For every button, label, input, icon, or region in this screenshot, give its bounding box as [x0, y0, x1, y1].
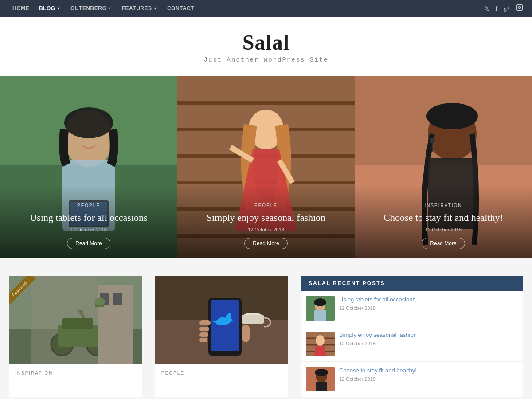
hero-category-2: PEOPLE	[186, 203, 346, 208]
svg-rect-65	[316, 382, 327, 391]
svg-rect-45	[242, 315, 264, 324]
sidebar-post-date-3: 12 October 2018	[339, 376, 417, 382]
nav-social: 𝕏 f g+	[484, 4, 523, 13]
sidebar-posts: Using tablets for all occasions 12 Octob…	[301, 291, 523, 397]
chevron-down-icon: ▼	[153, 6, 157, 11]
hero-card-3[interactable]: INSPIRATION Choose to stay fit and healt…	[355, 76, 532, 258]
sidebar-thumb-1	[306, 296, 335, 321]
hero-category-3: INSPIRATION	[364, 203, 523, 208]
svg-point-1	[518, 6, 520, 8]
nav-contact[interactable]: CONTACT	[164, 5, 198, 12]
hero-title-3: Choose to stay fit and healthy!	[364, 211, 523, 224]
site-title: Salal	[9, 30, 523, 55]
hero-read-more-2[interactable]: Read More	[244, 238, 287, 249]
sidebar-header: SALAL RECENT POSTS	[301, 276, 523, 291]
nav-gutenberg[interactable]: GUTENBERG ▼	[67, 5, 116, 12]
sidebar-post-3[interactable]: Choose to stay fit and healthy! 12 Octob…	[301, 362, 523, 397]
nav-left: HOME BLOG ▼ GUTENBERG ▼ FEATURES ▼ CONTA…	[9, 5, 198, 12]
svg-point-25	[426, 103, 478, 129]
post-meta-1: INSPIRATION	[9, 364, 142, 380]
svg-point-9	[64, 107, 113, 138]
svg-point-41	[94, 298, 105, 305]
sidebar-post-1[interactable]: Using tablets for all occasions 12 Octob…	[301, 291, 523, 326]
svg-rect-34	[62, 318, 93, 329]
post-image-1	[9, 276, 142, 364]
post-image-2	[155, 276, 288, 364]
sidebar-thumb-2	[306, 332, 335, 356]
hero-read-more-1[interactable]: Read More	[67, 238, 110, 249]
svg-point-61	[316, 335, 325, 346]
hero-overlay-2: PEOPLE Simply enjoy seasonal fashion 12 …	[177, 185, 355, 258]
chevron-down-icon: ▼	[57, 6, 61, 11]
post-card-2[interactable]: PEOPLE	[155, 276, 288, 397]
hero-grid: PEOPLE Using tablets for all occasions 1…	[0, 76, 532, 258]
svg-point-2	[521, 6, 521, 6]
twitter-icon[interactable]: 𝕏	[484, 5, 489, 12]
featured-ribbon	[9, 276, 44, 311]
sidebar-title: SALAL RECENT POSTS	[309, 280, 516, 286]
hero-date-2: 12 October 2018	[186, 227, 346, 232]
chevron-down-icon: ▼	[108, 6, 112, 11]
nav-home[interactable]: HOME	[9, 5, 33, 12]
sidebar: SALAL RECENT POSTS Using tablets for all…	[301, 276, 523, 397]
post-meta-2: PEOPLE	[155, 364, 288, 380]
post-category-2: PEOPLE	[161, 371, 282, 376]
svg-rect-0	[516, 4, 522, 10]
post-category-1: INSPIRATION	[15, 371, 136, 376]
main-nav: HOME BLOG ▼ GUTENBERG ▼ FEATURES ▼ CONTA…	[0, 0, 532, 17]
svg-rect-48	[200, 320, 211, 325]
svg-point-55	[314, 298, 326, 306]
svg-rect-49	[200, 327, 209, 331]
hero-overlay-3: INSPIRATION Choose to stay fit and healt…	[355, 185, 532, 258]
hero-title-1: Using tablets for all occasions	[9, 211, 168, 224]
instagram-icon[interactable]	[516, 4, 523, 13]
site-header: Salal Just Another WordPress Site	[0, 17, 532, 76]
sidebar-post-date-2: 12 October 2018	[339, 341, 417, 346]
sidebar-post-info-1: Using tablets for all occasions 12 Octob…	[339, 296, 415, 321]
svg-rect-50	[200, 332, 208, 337]
svg-rect-56	[314, 310, 326, 321]
hero-card-1[interactable]: PEOPLE Using tablets for all occasions 1…	[0, 76, 177, 258]
svg-point-27	[430, 138, 435, 143]
svg-rect-51	[200, 338, 207, 342]
nav-blog[interactable]: BLOG ▼	[35, 5, 64, 12]
sidebar-post-title-3[interactable]: Choose to stay fit and healthy!	[339, 367, 417, 375]
sidebar-post-info-3: Choose to stay fit and healthy! 12 Octob…	[339, 367, 417, 391]
sidebar-post-info-2: Simply enjoy seasonal fashion 12 October…	[339, 332, 417, 356]
hero-date-1: 12 October 2018	[9, 227, 168, 232]
sidebar-post-2[interactable]: Simply enjoy seasonal fashion 12 October…	[301, 326, 523, 362]
nav-features[interactable]: FEATURES ▼	[118, 5, 161, 12]
google-plus-icon[interactable]: g+	[504, 5, 510, 12]
svg-rect-39	[113, 293, 122, 305]
sidebar-thumb-3	[306, 367, 335, 391]
hero-title-2: Simply enjoy seasonal fashion	[186, 211, 346, 224]
facebook-icon[interactable]: f	[495, 5, 497, 12]
hero-category-1: PEOPLE	[9, 203, 168, 208]
site-tagline: Just Another WordPress Site	[9, 56, 523, 63]
sidebar-post-date-1: 12 October 2018	[339, 305, 415, 311]
hero-read-more-3[interactable]: Read More	[422, 238, 465, 249]
hero-date-3: 12 October 2018	[364, 227, 523, 232]
sidebar-post-title-2[interactable]: Simply enjoy seasonal fashion	[339, 332, 417, 339]
sidebar-post-title-1[interactable]: Using tablets for all occasions	[339, 296, 415, 304]
bottom-section: INSPIRATION	[0, 258, 532, 399]
hero-overlay-1: PEOPLE Using tablets for all occasions 1…	[0, 185, 177, 258]
svg-rect-47	[211, 300, 239, 351]
svg-rect-52	[242, 325, 250, 342]
svg-point-64	[315, 369, 328, 376]
post-card-1[interactable]: INSPIRATION	[9, 276, 142, 397]
hero-card-2[interactable]: PEOPLE Simply enjoy seasonal fashion 12 …	[177, 76, 355, 258]
